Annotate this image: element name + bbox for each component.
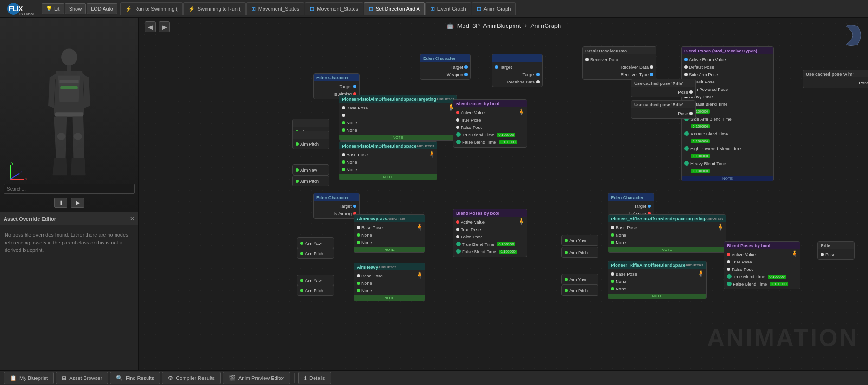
node-header: AimHeavyAimOffset — [354, 263, 425, 270]
tab-icon-0: ⚡ — [125, 6, 132, 12]
nav-arrows: ◀ ▶ — [145, 21, 170, 32]
aim-pitch-1[interactable]: Aim Pitch — [292, 131, 329, 149]
aim-heavy-node[interactable]: AimHeavyAimOffset 🧍 Base Pose None None … — [354, 263, 425, 301]
node-body: Aim Yaw — [297, 275, 334, 285]
blueprint-icon: 🤖 — [446, 22, 454, 29]
playback-controls: ⏸ ▶ — [0, 198, 138, 208]
anim-preview-icon: 🎬 — [229, 375, 236, 381]
node-header: Eden Character — [314, 74, 359, 81]
aim-pitch-6[interactable]: Aim Pitch — [561, 285, 598, 296]
lit-button[interactable]: 💡 Lit — [42, 3, 64, 14]
bottom-bar: 📋 My Blueprint ⊞ Asset Browser 🔍 Find Re… — [0, 370, 868, 385]
node-note: NOTE — [608, 294, 706, 299]
svg-text:Y: Y — [11, 161, 14, 166]
node-body: Aim Yaw — [562, 274, 598, 284]
eden-character-top-node[interactable]: Eden Character Target Weapon — [420, 54, 471, 80]
bottom-tab-find-results[interactable]: 🔍 Find Results — [110, 372, 160, 384]
bottom-tab-compiler-results[interactable]: ⚙ Compiler Results — [162, 372, 221, 384]
bottom-tab-details[interactable]: ℹ Details — [298, 372, 331, 384]
tab-swimming-to-run[interactable]: ⚡ Swimming to Run ( — [183, 2, 246, 15]
pioneer-rifle-blend-node[interactable]: Pioneer_RifleAimOffsetBlendSpaceAimOffse… — [608, 261, 707, 299]
bottom-tab-my-blueprint[interactable]: 📋 My Blueprint — [4, 372, 54, 384]
tab-icon-5: ⊞ — [431, 6, 435, 12]
tab-run-to-swimming[interactable]: ⚡ Run to Swimming ( — [120, 2, 183, 15]
node-body: Target Target Receiver Data — [492, 62, 542, 87]
tab-movement-states-1[interactable]: ⊞ Movement_States — [246, 2, 305, 15]
tab-anim-graph[interactable]: ⊞ Anim Graph — [472, 2, 516, 15]
close-panel-button[interactable]: ✕ — [130, 216, 135, 222]
aim-yaw-2[interactable]: Aim Yaw — [292, 164, 329, 175]
tab-set-direction[interactable]: ⊞ Set Direction And A — [364, 2, 425, 15]
rifle-output-node[interactable]: Rifle Pose — [817, 241, 855, 260]
use-cached-pose-rifle-mid[interactable]: Use cached pose 'Rifle' Pose — [631, 100, 696, 119]
aim-yaw-3[interactable]: Aim Yaw — [297, 237, 334, 249]
nav-forward[interactable]: ▶ — [159, 21, 170, 32]
node-note: NOTE — [608, 247, 726, 252]
aim-pitch-3[interactable]: Aim Pitch — [297, 248, 334, 259]
aim-pitch-5[interactable]: Aim Pitch — [561, 247, 598, 258]
bottom-tab-asset-browser[interactable]: ⊞ Asset Browser — [56, 372, 108, 384]
breadcrumb-part1: Mod_3P_AnimBlueprint — [457, 22, 521, 29]
target-receiver-node[interactable]: Target Target Receiver Data — [492, 54, 543, 87]
node-row-receiver-type: Receiver Type — [585, 71, 653, 78]
pioneer-pistol-aim-targeting-node[interactable]: PioneerPistolAimOffsetBlendSpaceTargetin… — [339, 95, 457, 141]
node-body: 🧍 Base Pose None None — [354, 270, 425, 295]
blend-poses-bool-bottom[interactable]: Blend Poses by bool 🧍 Active Value True … — [453, 209, 527, 257]
search-input[interactable] — [4, 184, 135, 194]
play-button[interactable]: ▶ — [71, 198, 84, 208]
lit-icon: 💡 — [46, 6, 52, 12]
axis-indicator: X Y Z — [6, 160, 29, 184]
blend-poses-bool-top[interactable]: Blend Poses by bool 🧍 Active Value True … — [453, 99, 527, 148]
tab-event-graph[interactable]: ⊞ Event Graph — [425, 2, 471, 15]
figure-icon: 🧍 — [791, 250, 798, 257]
figure-icon: 🧍 — [716, 223, 724, 231]
aim-yaw-4[interactable]: Aim Yaw — [297, 275, 334, 286]
pause-button[interactable]: ⏸ — [54, 198, 67, 208]
breadcrumb-sep: › — [524, 21, 527, 30]
node-note: NOTE — [339, 174, 437, 180]
show-button[interactable]: Show — [65, 3, 86, 14]
panel-title: Asset Override Editor — [4, 216, 56, 222]
use-cached-pose-rifle-top[interactable]: Use cached pose 'Rifle' Pose — [631, 79, 696, 97]
main-area: 💡 Lit Show LOD Auto — [0, 18, 868, 370]
bottom-tab-anim-preview[interactable]: 🎬 Anim Preview Editor — [223, 372, 290, 384]
aim-heavy-ads-node[interactable]: AimHeavyADSAimOffset 🧍 Base Pose None No… — [354, 214, 425, 253]
eden-character-bottom-left[interactable]: Eden Character Target Is Aiming — [313, 193, 360, 219]
aim-yaw-5[interactable]: Aim Yaw — [561, 235, 598, 246]
asset-browser-icon: ⊞ — [62, 375, 66, 381]
figure-icon: 🧍 — [428, 150, 436, 158]
blend-poses-bool-right[interactable]: Blend Poses by bool 🧍 Active Value True … — [724, 241, 800, 289]
svg-text:X: X — [25, 177, 28, 181]
pioneer-pistol-aim-node[interactable]: PioneerPistolAimOffsetBlendSpaceAimOffse… — [339, 141, 437, 180]
use-cached-pose-aim[interactable]: Use cached pose 'Aim' Pose — [803, 70, 868, 88]
figure-icon: 🧍 — [697, 270, 705, 277]
node-body: 🧍 Active Value True Pose False Pose True… — [453, 107, 527, 147]
nav-back[interactable]: ◀ — [145, 21, 156, 32]
node-header — [293, 131, 329, 139]
node-body: Pose — [803, 77, 868, 88]
node-body: Pose — [631, 87, 695, 97]
node-header: Eden Character — [420, 54, 470, 62]
lod-button[interactable]: LOD Auto — [87, 3, 117, 14]
find-results-icon: 🔍 — [116, 375, 123, 381]
aim-yaw-6[interactable]: Aim Yaw — [561, 274, 598, 285]
tab-bar: ⚡ Run to Swimming ( ⚡ Swimming to Run ( … — [120, 2, 866, 15]
node-header: Blend Poses by bool — [724, 242, 800, 249]
flix-logo: FLIX INTERACTIVE — [2, 0, 39, 17]
tab-icon-6: ⊞ — [477, 6, 481, 12]
figure-icon: 🧍 — [416, 271, 424, 279]
figure-icon: 🧍 — [517, 108, 525, 116]
search-area — [4, 184, 135, 194]
moon-logo — [836, 21, 864, 49]
graph-area[interactable]: ◀ ▶ 🤖 Mod_3P_AnimBlueprint › AnimGraph B… — [139, 18, 868, 370]
node-body: Aim Pitch — [293, 176, 329, 186]
tab-movement-states-2[interactable]: ⊞ Movement_States — [305, 2, 363, 15]
left-panel: 💡 Lit Show LOD Auto — [0, 18, 139, 370]
aim-pitch-2[interactable]: Aim Pitch — [292, 175, 329, 186]
aim-pitch-4[interactable]: Aim Pitch — [297, 285, 334, 296]
node-header: Eden Character — [314, 193, 359, 201]
node-body: Aim Pitch — [562, 285, 598, 295]
break-receiver-data-node[interactable]: Break ReceiverData Receiver Data Receive… — [582, 46, 656, 80]
node-body: Aim Yaw — [297, 238, 334, 248]
pioneer-rifle-targeting-node[interactable]: Pioneer_RifleAimOffsetBlendSpaceTargetin… — [608, 214, 726, 253]
